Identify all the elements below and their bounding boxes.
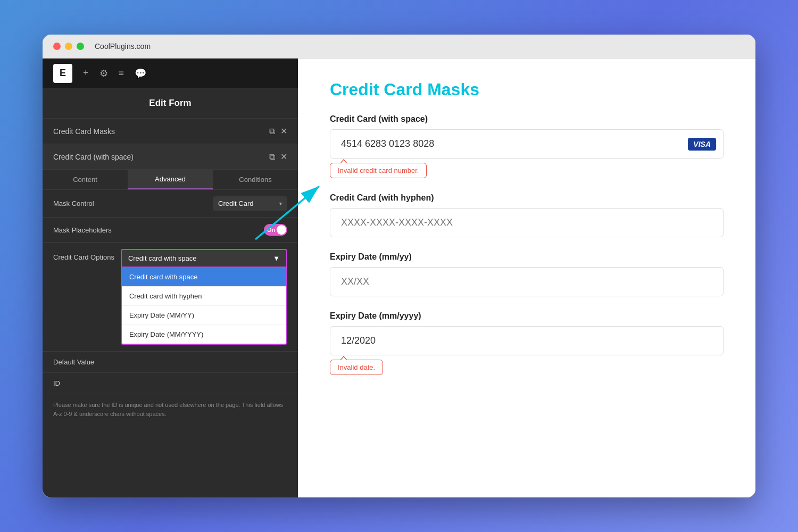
dropdown-option-3[interactable]: Expiry Date (MM/YY): [122, 306, 286, 325]
mask-control-select[interactable]: Credit Card: [213, 196, 287, 211]
mask-control-select-wrapper: Credit Card: [213, 196, 287, 211]
traffic-lights: [53, 43, 84, 50]
error-text-cc-space: Invalid credit card number.: [338, 167, 419, 174]
credit-card-options-dropdown-container: Credit card with space ▼ Credit card wit…: [121, 249, 287, 345]
tab-advanced[interactable]: Advanced: [128, 170, 213, 189]
tab-content[interactable]: Content: [43, 170, 128, 189]
field-label-cc-space: Credit Card (with space): [330, 114, 724, 124]
field-group-expiry-yyyy: Expiry Date (mm/yyyy) Invalid date.: [330, 311, 724, 375]
traffic-light-green[interactable]: [77, 43, 84, 50]
field-input-wrapper-cc-space: VISA: [330, 129, 724, 159]
browser-content: E + ⚙ ≡ 💬 Edit Form Credit Card Masks ⧉ …: [43, 59, 755, 497]
help-text-content: Please make sure the ID is unique and no…: [53, 402, 283, 417]
layers-icon[interactable]: ≡: [119, 68, 124, 79]
panel-content: Credit Card Masks ⧉ ✕ Credit Card (with …: [43, 119, 298, 497]
mask-placeholders-toggle[interactable]: On: [264, 224, 287, 236]
field-input-cc-space[interactable]: [330, 129, 724, 159]
elementor-topbar: E + ⚙ ≡ 💬: [43, 59, 298, 88]
copy-icon-1[interactable]: ⧉: [269, 127, 275, 136]
error-text-expiry-yyyy: Invalid date.: [338, 363, 375, 371]
field-group-cc-hyphen: Credit Card (with hyphen): [330, 193, 724, 237]
traffic-light-red[interactable]: [53, 43, 61, 50]
mask-placeholders-label: Mask Placeholders: [53, 226, 112, 234]
field-group-expiry-yy: Expiry Date (mm/yy): [330, 252, 724, 296]
field-input-wrapper-expiry-yy: [330, 267, 724, 296]
dropdown-selected-value: Credit card with space: [128, 254, 197, 262]
tab-conditions[interactable]: Conditions: [213, 170, 298, 189]
dropdown-option-4[interactable]: Expiry Date (MM/YYYY): [122, 325, 286, 344]
credit-card-options-row: Credit Card Options Credit card with spa…: [43, 243, 298, 352]
field-label-expiry-yyyy: Expiry Date (mm/yyyy): [330, 311, 724, 321]
field-input-wrapper-expiry-yyyy: [330, 326, 724, 355]
dropdown-option-1[interactable]: Credit card with space: [122, 268, 286, 287]
default-value-label: Default Value: [53, 358, 94, 366]
mask-placeholders-row: Mask Placeholders On: [43, 218, 298, 243]
credit-card-options-menu: Credit card with space Credit card with …: [121, 268, 287, 345]
elementor-logo-icon: E: [60, 68, 66, 79]
section-item-label-1: Credit Card Masks: [53, 127, 115, 136]
toggle-on-label: On: [267, 227, 275, 233]
section-item-credit-card-masks[interactable]: Credit Card Masks ⧉ ✕: [43, 119, 298, 144]
close-icon-2[interactable]: ✕: [280, 152, 287, 162]
default-value-row: Default Value: [43, 352, 298, 373]
page-title: Credit Card Masks: [330, 80, 724, 99]
id-label: ID: [53, 379, 60, 387]
item-actions-1: ⧉ ✕: [269, 126, 287, 136]
help-text: Please make sure the ID is unique and no…: [43, 394, 298, 425]
error-tooltip-cc-space: Invalid credit card number.: [330, 163, 427, 178]
mask-placeholders-control: On: [264, 224, 287, 236]
field-input-wrapper-cc-hyphen: [330, 208, 724, 237]
panel-header: Edit Form: [43, 88, 298, 119]
arrow-svg: [298, 170, 330, 255]
error-tooltip-expiry-yyyy: Invalid date.: [330, 360, 383, 375]
mask-control-label: Mask Control: [53, 200, 94, 207]
traffic-light-yellow[interactable]: [65, 43, 72, 50]
item-actions-2: ⧉ ✕: [269, 152, 287, 162]
field-input-expiry-yy[interactable]: [330, 267, 724, 296]
right-panel: Credit Card Masks Credit Card (with spac…: [298, 59, 755, 497]
mask-control-row: Mask Control Credit Card: [43, 190, 298, 218]
add-icon[interactable]: +: [83, 68, 89, 79]
field-input-expiry-yyyy[interactable]: [330, 326, 724, 355]
panel-title: Edit Form: [149, 98, 191, 108]
field-label-expiry-yy: Expiry Date (mm/yy): [330, 252, 724, 262]
field-label-cc-hyphen: Credit Card (with hyphen): [330, 193, 724, 203]
section-item-label-2: Credit Card (with space): [53, 153, 134, 161]
dropdown-option-2[interactable]: Credit card with hyphen: [122, 287, 286, 306]
id-row: ID: [43, 373, 298, 394]
section-item-credit-card-space[interactable]: Credit Card (with space) ⧉ ✕: [43, 144, 298, 170]
comment-icon[interactable]: 💬: [135, 68, 146, 79]
tabs-row: Content Advanced Conditions: [43, 170, 298, 190]
close-icon-1[interactable]: ✕: [280, 126, 287, 136]
browser-window: CoolPlugins.com E + ⚙ ≡ 💬 Edit Form: [43, 35, 755, 497]
left-panel: E + ⚙ ≡ 💬 Edit Form Credit Card Masks ⧉ …: [43, 59, 298, 497]
browser-url: CoolPlugins.com: [95, 42, 151, 51]
browser-toolbar: CoolPlugins.com: [43, 35, 755, 59]
dropdown-chevron-icon: ▼: [273, 254, 280, 262]
visa-badge: VISA: [688, 138, 716, 151]
settings-icon[interactable]: ⚙: [99, 68, 108, 79]
copy-icon-2[interactable]: ⧉: [269, 152, 275, 162]
mask-control-control: Credit Card: [213, 196, 287, 211]
field-group-cc-space: Credit Card (with space) VISA Invalid cr…: [330, 114, 724, 178]
credit-card-options-trigger[interactable]: Credit card with space ▼: [121, 249, 287, 268]
field-input-cc-hyphen[interactable]: [330, 208, 724, 237]
credit-card-options-label: Credit Card Options: [53, 249, 114, 261]
elementor-logo: E: [53, 64, 72, 83]
